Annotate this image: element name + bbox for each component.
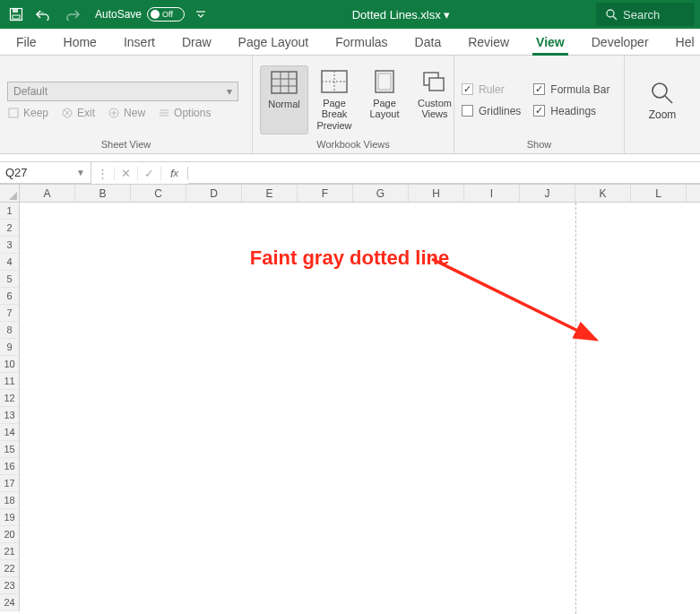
row-header-7[interactable]: 7 [0,305,19,322]
tab-view[interactable]: View [532,30,568,55]
tab-formulas[interactable]: Formulas [332,30,391,55]
row-header-1[interactable]: 1 [0,203,19,220]
cells-area[interactable]: Faint gray dotted line [20,203,700,614]
checkbox-box [533,105,545,117]
row-header-8[interactable]: 8 [0,322,19,339]
name-collapse-icon[interactable]: ⋮ [91,167,115,180]
qat-customize-icon[interactable] [195,9,206,20]
redo-button[interactable] [65,8,84,21]
formula-bar: Q27 ▼ ⋮ ✕ ✓ fx [0,161,700,185]
row-header-2[interactable]: 2 [0,220,19,237]
row-header-22[interactable]: 22 [0,560,19,577]
row-header-16[interactable]: 16 [0,458,19,475]
col-header-B[interactable]: B [75,185,131,202]
row-header-14[interactable]: 14 [0,424,19,441]
svg-rect-27 [429,78,444,91]
svg-rect-1 [13,9,18,13]
svg-rect-25 [378,74,391,90]
col-header-D[interactable]: D [186,185,242,202]
chevron-down-icon: ▼ [76,168,85,177]
formula-input[interactable] [188,161,700,184]
row-header-19[interactable]: 19 [0,509,19,526]
row-header-24[interactable]: 24 [0,594,19,611]
col-header-L[interactable]: L [631,185,687,202]
zoom-button[interactable]: Zoom [635,80,689,121]
row-headers: 123456789101112131415161718192021222324 [0,203,20,611]
checkbox-box [462,83,473,95]
row-header-12[interactable]: 12 [0,390,19,407]
checkbox-formula-bar[interactable]: Formula Bar [533,83,609,96]
col-header-E[interactable]: E [242,185,298,202]
checkbox-headings[interactable]: Headings [533,105,609,117]
tab-data[interactable]: Data [411,30,445,55]
row-header-21[interactable]: 21 [0,543,19,560]
fx-icon[interactable]: fx [161,167,188,180]
row-header-15[interactable]: 15 [0,441,19,458]
save-icon[interactable] [9,7,23,22]
annotation-text: Faint gray dotted line [242,246,457,271]
keep-icon [7,107,20,119]
col-header-K[interactable]: K [575,185,631,202]
select-all-corner[interactable] [0,185,20,203]
tab-hel[interactable]: Hel [672,30,698,55]
row-header-6[interactable]: 6 [0,288,19,305]
tab-page-layout[interactable]: Page Layout [235,30,313,55]
column-headers: ABCDEFGHIJKL [20,185,700,203]
svg-line-5 [613,16,617,20]
checkbox-box [533,83,545,95]
col-header-A[interactable]: A [20,185,75,202]
tab-file[interactable]: File [13,30,40,55]
svg-line-30 [432,259,596,340]
group-zoom: Zoom [625,56,700,153]
row-header-13[interactable]: 13 [0,407,19,424]
cancel-formula-icon[interactable]: ✕ [115,167,138,180]
sheet-view-new: New [108,107,145,119]
row-header-9[interactable]: 9 [0,339,19,356]
enter-formula-icon[interactable]: ✓ [138,167,161,180]
tab-insert[interactable]: Insert [120,30,159,55]
name-box[interactable]: Q27 ▼ [0,161,91,184]
row-header-4[interactable]: 4 [0,254,19,271]
row-header-23[interactable]: 23 [0,577,19,594]
search-placeholder: Search [623,8,660,22]
sheet-view-combo[interactable]: Default ▾ [7,82,238,101]
undo-button[interactable] [34,8,54,21]
tab-developer[interactable]: Developer [588,30,652,55]
worksheet[interactable]: ABCDEFGHIJKL 123456789101112131415161718… [0,185,700,614]
view-normal[interactable]: Normal [260,65,308,134]
col-header-C[interactable]: C [131,185,186,202]
svg-rect-6 [9,108,18,117]
tab-draw[interactable]: Draw [178,30,215,55]
exit-icon [61,107,73,119]
svg-rect-16 [272,72,297,93]
autosave-toggle[interactable]: AutoSave Off [95,7,185,22]
row-header-17[interactable]: 17 [0,475,19,492]
sheet-view-options: Options [158,107,211,119]
svg-line-29 [665,96,672,103]
window-title: Dotted Lines.xlsx ▾ [206,8,596,22]
search-icon [605,8,618,21]
sheet-view-exit: Exit [61,107,95,119]
tab-home[interactable]: Home [60,30,100,55]
col-header-H[interactable]: H [409,185,464,202]
ribbon: Default ▾ Keep Exit New [0,56,700,154]
col-header-G[interactable]: G [353,185,409,202]
tab-review[interactable]: Review [464,30,513,55]
col-header-I[interactable]: I [464,185,520,202]
row-header-20[interactable]: 20 [0,526,19,543]
row-header-18[interactable]: 18 [0,492,19,509]
row-header-3[interactable]: 3 [0,237,19,254]
view-page-layout[interactable]: Page Layout [360,65,409,134]
row-header-10[interactable]: 10 [0,356,19,373]
checkbox-gridlines[interactable]: Gridlines [462,105,521,117]
group-label-workbook-views: Workbook Views [260,139,446,151]
view-custom-views[interactable]: Custom Views [410,65,459,134]
new-icon [108,107,120,119]
row-header-5[interactable]: 5 [0,271,19,288]
col-header-F[interactable]: F [298,185,353,202]
search-input[interactable]: Search [596,3,695,26]
view-page-break-preview[interactable]: Page Break Preview [310,65,359,134]
col-header-J[interactable]: J [520,185,575,202]
checkbox-box [462,105,473,117]
row-header-11[interactable]: 11 [0,373,19,390]
